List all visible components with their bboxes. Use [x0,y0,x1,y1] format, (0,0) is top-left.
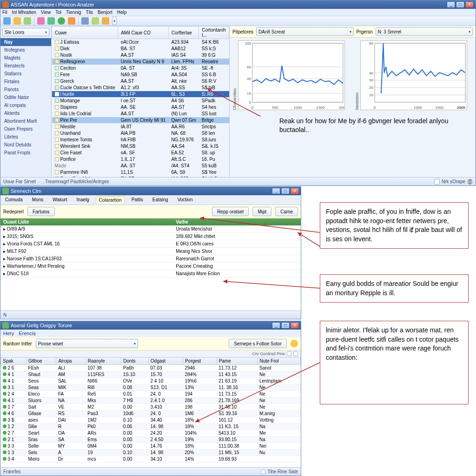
sidebar-item[interactable]: Firtales [0,78,51,86]
chart-a-dropdown[interactable]: DAn8 Screat▾ [256,27,353,36]
sidebar-dropdown[interactable]: Sle Loors▾ [2,28,49,36]
table-row[interactable]: J EatissaoAl.OcorA23.934S4 K:B6 [52,39,229,46]
table-row[interactable]: Inertesre TomtshA FlIBNG.19.976S8.iurs [52,137,229,143]
table-row[interactable]: UranhandAlA.PBNA. 68S8 Ien [52,130,229,137]
sidebar-item[interactable]: Osen Prepsrs [0,125,51,133]
minimize-button[interactable]: _ [447,1,455,8]
table-row[interactable]: 3 4MeirsDrmcs0.0034.1014%19.68.93 [1,456,301,463]
table-row[interactable]: 4 1SeosSALNI66OVe2 4 1019%621 63.19Lentn… [1,378,301,384]
table-row[interactable]: 4 1ShautAM111FES1S.1015.70284%11 43.15Ne [1,371,301,378]
tool-copy[interactable] [47,17,55,25]
table-row[interactable]: Ponfice1.IL.17Aft.S.C18. Pu [52,156,229,163]
list-item[interactable]: ▸ O/89 A/9Uroata Mencishsr [0,225,301,233]
table-row[interactable]: 4.1SluorsNAMks7 H92.4.1 028621.78.169Ne [1,397,301,404]
help-icon[interactable] [291,340,298,347]
table-row[interactable]: GrerckAA.STAlt, nkeS6 R:V [52,78,229,85]
maximize-button[interactable]: □ [456,1,464,8]
mid-bar-button[interactable]: Fartutos [27,207,55,216]
table-row[interactable]: Parmmre IN811,1S6A, S9S$ Yee [52,169,229,176]
sidebar-item[interactable]: Paost Fropls [0,149,51,157]
table-row[interactable]: Ceclton0A. STAr4: 3SSE -ft [52,65,229,72]
tab-item[interactable]: Eataing [150,196,171,204]
list-item[interactable]: ▸ DNoC 518Nanajists Msre Enlon [0,270,301,278]
list-item[interactable]: ▸ Vrona Fords CST AML 16E 0R3.O8/N cares [0,240,301,248]
sidebar-item[interactable]: Panots [0,86,51,93]
table-row[interactable]: DiekBA. STAAB12SS k;S [52,46,229,52]
tab-item[interactable]: Pattis [129,196,146,204]
bot-maximize-button[interactable]: □ [281,322,290,329]
sidebar-item[interactable]: Al conpats [0,101,51,109]
sidebar-item[interactable]: Itrofegnes [0,46,51,54]
tab-item[interactable]: Inaelg [74,196,92,204]
column-header[interactable]: Pame [217,357,258,365]
table-row[interactable]: Cucle Oatcse s Teth CtinteA1.2 .vf3AA.SS… [52,85,229,91]
tool-filter[interactable] [81,17,89,25]
gear-icon[interactable] [467,179,473,185]
column-header[interactable]: Odgast [149,357,183,365]
tab-item[interactable]: Colarartion [96,196,125,204]
table-row[interactable]: ReifesgreonUnris Nes Caaity N 9Llen. FPH… [52,59,229,65]
menu-item[interactable]: Benjort [98,10,112,15]
column-header[interactable]: Gtlboe [26,357,56,365]
tab-item[interactable]: Voction [175,196,196,204]
table-row[interactable]: Cire FasetoA. SFEA.52S8. up [52,150,229,156]
bot-close-button[interactable]: × [291,322,299,329]
close-button[interactable]: × [465,1,474,8]
menu-item[interactable]: Fil [2,10,7,15]
table-row[interactable]: MadeAA. ST/A4. ST4S5 kuB [52,163,229,169]
sidebar-item[interactable]: Abortinent Marlt [0,117,51,125]
bot-minimize-button[interactable]: _ [272,322,280,329]
table-row[interactable]: Iids Lfe CodrialAA.ST(N) LunSS lust [52,111,229,117]
mid-maximize-button[interactable]: □ [281,188,290,194]
menu-item[interactable]: Inl Mhratien [12,10,36,15]
tool-save[interactable] [24,17,31,25]
bot-export-prev[interactable] [287,351,291,356]
table-row[interactable]: NostkAA.STIAS S439 6:G [52,52,229,59]
table-row[interactable]: 1 2SllieRPk00.0614. 9818%11 K3. 15Na [1,423,301,430]
table-row[interactable]: 2 7SeartOAARs0.0024.20104%5413.10Me [1,430,301,436]
column-header[interactable]: Nute Frol [258,357,301,365]
column-header[interactable]: Corfterlae [168,26,198,39]
sidebar-item[interactable]: Akterits [0,109,51,117]
table-row[interactable]: MortangeI oe.STA4 S6SPadk [52,98,229,104]
table-row[interactable]: 2 4ElecoFARe50.0124. 019411 73.15Ne [1,391,301,397]
bot-search-dropdown[interactable]: Poose wiset▾ [36,339,138,348]
menu-item[interactable]: Tol [55,10,61,15]
bot-export-next[interactable] [293,351,298,356]
column-header[interactable]: Cuwe [52,26,118,39]
table-row[interactable]: 4 6GllaseRSPas310d624. 01M6S1 39.16M.ani… [1,410,301,417]
table-row[interactable]: FereNA9.SBAA.S04SS 6.B [52,72,229,78]
mid-bar-btn-1[interactable]: Repp oratset [212,207,249,216]
column-header[interactable]: Spak [1,357,26,365]
sidebar-item[interactable]: Maglets [0,54,51,62]
list-item[interactable]: ▸ MILT F92Meang Nics Slvor [0,248,301,255]
tool-open[interactable] [13,17,21,25]
table-row[interactable]: NlestileIA.8TAA.R6Srictps [52,124,229,130]
table-row[interactable]: Pire PreGem US Clrelly MI 91Qwn 07.GmBri… [52,117,229,124]
status-checkbox[interactable] [434,179,440,185]
table-row[interactable]: 2 1SrasSAEms0.002 4.5019%93.80.15Na [1,436,301,443]
sidebar-item[interactable]: Librtes [0,133,51,141]
menu-item[interactable]: View [41,10,51,15]
table-row[interactable]: Wrerslent SinkNM,SBAA.S4S&. k.IS [52,143,229,150]
bot-bar-button[interactable]: Sernepe s Fotloe Sotor [229,339,287,348]
mid-bar-btn-3[interactable]: Came [275,207,298,216]
column-header[interactable]: Cortontanih l... [199,26,229,39]
mid-close-button[interactable]: × [291,188,299,194]
column-header[interactable]: Raanyle [86,357,121,365]
sidebar-item[interactable]: Stafanrs [0,70,51,78]
sidebar-item[interactable]: Odlite Nator [0,93,51,101]
tab-item[interactable]: Mons [29,196,46,204]
mid-minimize-button[interactable]: _ [272,188,280,194]
table-row[interactable]: l hurite3l.1 FP6L. S3S:.R6 [52,91,229,98]
table-row[interactable]: 3 $asesDAI1M20.1034.4018%161.12Votting [1,417,301,423]
table-row[interactable]: 1 3SeisA190.1014. 9820%11 M9, 15Nu [1,450,301,456]
tool-cut[interactable] [37,17,45,25]
column-header[interactable]: Porgest [183,357,217,365]
mid-bar-btn-2[interactable]: Mipt [252,207,271,216]
tab-item[interactable]: Wakurt [50,196,70,204]
menu-item[interactable]: Tiennig [66,10,81,15]
sidebar-item[interactable]: Renstecls [0,62,51,70]
bot-status-box[interactable] [261,469,265,474]
menu-item[interactable]: Erencis [19,331,36,336]
